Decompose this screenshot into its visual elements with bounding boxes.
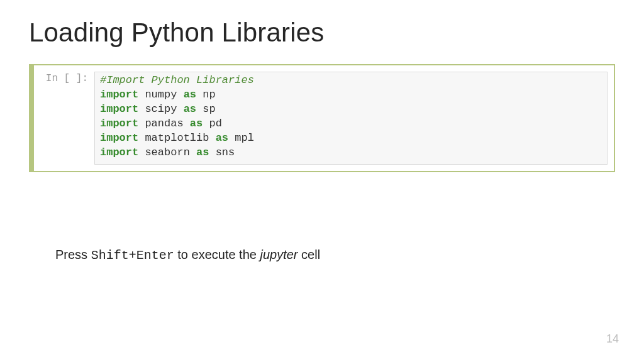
code-line: import seaborn as sns: [100, 146, 602, 160]
code-token: sns: [209, 146, 235, 158]
page-number: 14: [606, 332, 619, 346]
instruction-em: jupyter: [260, 248, 297, 261]
code-token: pd: [203, 118, 222, 129]
code-token: import: [100, 103, 138, 115]
code-token: as: [196, 146, 209, 158]
code-token: sp: [196, 103, 216, 115]
page-title: Loading Python Libraries: [29, 18, 615, 48]
code-block: #Import Python Librariesimport numpy as …: [94, 72, 608, 165]
code-token: import: [100, 132, 138, 144]
code-line: import pandas as pd: [100, 117, 602, 131]
code-token: matplotlib: [138, 132, 215, 144]
instruction-post: cell: [298, 248, 321, 261]
code-line: import matplotlib as mpl: [100, 131, 602, 146]
code-token: pandas: [138, 118, 190, 129]
code-token: import: [100, 146, 138, 158]
instruction-text: Press Shift+Enter to execute the jupyter…: [29, 248, 615, 263]
code-token: import: [100, 89, 138, 101]
code-token: mpl: [228, 132, 254, 144]
instruction-pre: Press: [55, 248, 91, 261]
jupyter-cell: In [ ]: #Import Python Librariesimport n…: [40, 72, 608, 165]
code-token: as: [184, 103, 196, 115]
code-token: as: [216, 132, 228, 144]
code-token: #Import Python Libraries: [100, 74, 254, 86]
code-line: import numpy as np: [100, 88, 602, 102]
code-token: numpy: [138, 89, 183, 101]
code-token: as: [184, 89, 196, 101]
jupyter-cell-container: In [ ]: #Import Python Librariesimport n…: [29, 64, 615, 172]
code-token: scipy: [138, 103, 183, 115]
code-token: seaborn: [138, 146, 196, 158]
code-token: import: [100, 118, 138, 129]
code-line: import scipy as sp: [100, 102, 602, 117]
code-line: #Import Python Libraries: [100, 74, 602, 88]
cell-prompt: In [ ]:: [40, 72, 94, 84]
instruction-keys: Shift+Enter: [91, 248, 174, 263]
code-token: as: [190, 118, 203, 129]
code-token: np: [196, 89, 216, 101]
instruction-mid: to execute the: [174, 248, 260, 261]
